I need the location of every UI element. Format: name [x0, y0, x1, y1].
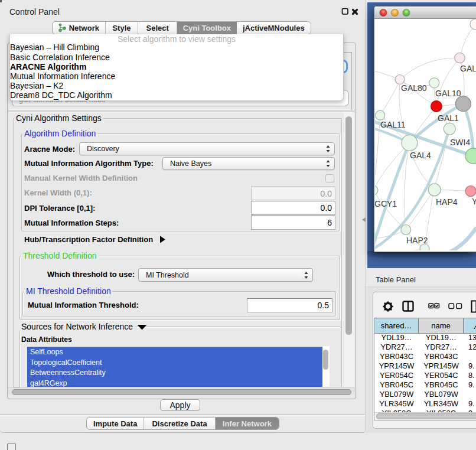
- svg-text:GCY1: GCY1: [375, 199, 397, 208]
- svg-text:SWI4: SWI4: [450, 138, 470, 147]
- svg-text:GAL7: GAL7: [460, 64, 476, 73]
- svg-text:HAP4: HAP4: [436, 197, 458, 207]
- svg-text:HAP2: HAP2: [406, 236, 428, 245]
- svg-text:Y: Y: [472, 197, 476, 206]
- svg-text:GAL11: GAL11: [380, 120, 406, 129]
- svg-text:GAL80: GAL80: [401, 83, 427, 93]
- svg-text:GAL4: GAL4: [410, 151, 431, 160]
- svg-text:GAL10: GAL10: [435, 89, 461, 98]
- svg-text:GAL1: GAL1: [438, 113, 459, 123]
